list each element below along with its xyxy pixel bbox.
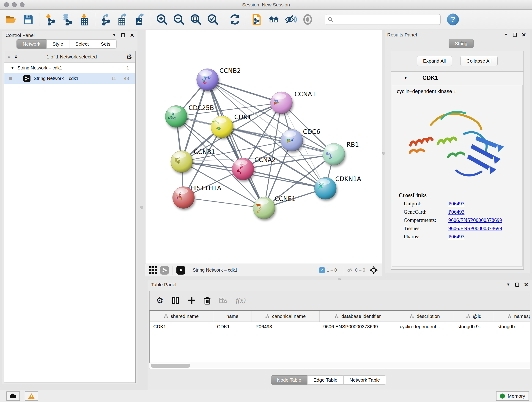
minimize-window-button[interactable] xyxy=(12,2,17,7)
scrollbar-thumb[interactable] xyxy=(151,364,190,368)
tab-string[interactable]: String xyxy=(449,39,474,48)
show-hidden-button[interactable] xyxy=(299,12,316,27)
panel-menu-caret-icon[interactable]: ▼ xyxy=(112,33,116,38)
cell[interactable]: 9606.ENSP00000378699 xyxy=(320,324,396,329)
panel-menu-caret-icon[interactable]: ▼ xyxy=(504,32,508,37)
share-view-icon[interactable] xyxy=(160,266,169,274)
refresh-button[interactable] xyxy=(226,12,243,27)
selected-checkbox-icon[interactable]: ✓ xyxy=(319,267,325,273)
search-field[interactable] xyxy=(325,14,441,25)
zoom-selected-button[interactable] xyxy=(204,12,221,27)
network-graph[interactable]: CCNB2CCNA1CDC25BCDK1CDC6RB1CCNB1CCNA2CDK… xyxy=(146,30,382,264)
tab-select[interactable]: Select xyxy=(70,39,95,49)
node-details-header[interactable]: ▼ CDK1 xyxy=(391,72,524,84)
close-window-button[interactable] xyxy=(4,2,9,7)
import-network-database-button[interactable] xyxy=(59,12,76,27)
hide-selected-button[interactable] xyxy=(282,12,299,27)
close-panel-icon[interactable]: ✕ xyxy=(522,33,526,37)
network-collection-row[interactable]: ▼ String Network – cdk1 1 xyxy=(4,63,135,73)
delete-icon[interactable] xyxy=(204,296,211,305)
cell[interactable]: P06493 xyxy=(252,324,320,329)
zoom-out-button[interactable] xyxy=(171,12,187,27)
edge-cdc25b-cdc6[interactable] xyxy=(176,116,292,140)
warnings-button[interactable] xyxy=(25,391,38,401)
cell[interactable]: stringdb xyxy=(494,324,530,329)
edge-ccna2-cdkn1a[interactable] xyxy=(243,169,326,188)
float-panel-icon[interactable] xyxy=(513,33,517,37)
tab-node-table[interactable]: Node Table xyxy=(271,375,307,385)
node-ccna2[interactable] xyxy=(232,158,254,180)
grid-view-icon[interactable] xyxy=(149,266,157,274)
edge-ccnb2-ccna1[interactable] xyxy=(208,80,282,103)
table-row[interactable]: CDK1CDK1P064939606.ENSP00000378699cyclin… xyxy=(150,322,530,332)
vertical-splitter-handle-left[interactable] xyxy=(140,206,143,209)
open-session-button[interactable] xyxy=(3,12,20,27)
tree-expand-caret-icon[interactable]: ▼ xyxy=(11,66,14,70)
help-button[interactable]: ? xyxy=(447,13,459,26)
crosslink-link[interactable]: P06493 xyxy=(448,201,464,207)
cell[interactable]: CDK1 xyxy=(213,324,252,329)
node-table[interactable]: shared namenamecanonical namedatabase id… xyxy=(149,310,530,369)
expand-all-button[interactable]: Expand All xyxy=(417,56,452,66)
export-image-button[interactable] xyxy=(132,12,148,27)
column-header-description[interactable]: description xyxy=(396,311,454,322)
memory-button[interactable]: Memory xyxy=(496,391,529,401)
crosslink-link[interactable]: P06493 xyxy=(448,209,464,215)
column-header-canonical-name[interactable]: canonical name xyxy=(252,311,320,322)
table-horizontal-scrollbar[interactable] xyxy=(149,363,530,369)
zoom-fit-button[interactable] xyxy=(187,12,204,27)
network-row[interactable]: String Network – cdk1 11 48 xyxy=(4,73,135,84)
export-table-button[interactable] xyxy=(114,12,132,27)
import-network-file-button[interactable] xyxy=(42,12,59,27)
panel-menu-caret-icon[interactable]: ▼ xyxy=(506,282,510,287)
node-cdk1[interactable] xyxy=(211,116,233,138)
node-cdc25b[interactable] xyxy=(165,105,187,128)
search-input[interactable] xyxy=(336,17,438,22)
network-view[interactable]: CCNB2CCNA1CDC25BCDK1CDC6RB1CCNB1CCNA2CDK… xyxy=(145,30,382,264)
save-session-button[interactable] xyxy=(20,12,37,27)
node-cdc6[interactable] xyxy=(281,129,303,151)
tab-edge-table[interactable]: Edge Table xyxy=(307,375,344,385)
crosshair-pan-icon[interactable] xyxy=(369,266,378,274)
node-ccne1[interactable] xyxy=(253,197,275,219)
edge-ccne1-hist1h1a[interactable] xyxy=(184,198,264,208)
node-ccna1[interactable] xyxy=(270,92,292,114)
gear-icon[interactable]: ⚙ xyxy=(126,53,132,60)
cloud-button[interactable] xyxy=(6,391,20,401)
add-column-icon[interactable] xyxy=(188,296,196,305)
tab-style[interactable]: Style xyxy=(46,39,70,49)
node-cdkn1a[interactable] xyxy=(314,177,336,199)
network-from-document-button[interactable] xyxy=(248,12,265,27)
cell[interactable]: cyclin-dependent ... xyxy=(396,324,454,329)
node-ccnb1[interactable] xyxy=(171,151,193,172)
float-panel-icon[interactable] xyxy=(515,283,519,287)
float-panel-icon[interactable] xyxy=(121,33,125,37)
column-header-shared-name[interactable]: shared name xyxy=(150,311,213,322)
close-panel-icon[interactable]: ✕ xyxy=(130,33,134,37)
zoom-in-button[interactable] xyxy=(153,12,171,27)
column-header-name[interactable]: name xyxy=(213,311,252,322)
node-rb1[interactable] xyxy=(323,143,345,165)
table-settings-gear-icon[interactable]: ⚙ xyxy=(156,297,163,304)
zoom-window-button[interactable] xyxy=(20,2,25,7)
column-header-database-identifier[interactable]: database identifier xyxy=(320,311,396,322)
tab-network[interactable]: Network xyxy=(17,39,46,49)
close-panel-icon[interactable]: ✕ xyxy=(524,283,528,287)
collapse-all-button[interactable]: Collapse All xyxy=(460,56,498,66)
crosslink-link[interactable]: P06493 xyxy=(448,234,464,240)
section-collapse-caret-icon[interactable]: ▼ xyxy=(404,76,407,80)
export-network-button[interactable] xyxy=(98,12,114,27)
birdseye-view-icon[interactable] xyxy=(177,266,185,274)
column-header-namespace[interactable]: namespace xyxy=(494,311,530,322)
import-table-button[interactable] xyxy=(76,12,93,27)
column-header-@id[interactable]: @id xyxy=(454,311,494,322)
crosslink-link[interactable]: 9606.ENSP00000378699 xyxy=(448,217,502,223)
tab-network-table[interactable]: Network Table xyxy=(344,375,386,385)
home-button[interactable] xyxy=(265,12,282,27)
cell[interactable]: CDK1 xyxy=(150,324,213,329)
collapse-all-icon[interactable]: » xyxy=(6,55,13,58)
tab-sets[interactable]: Sets xyxy=(95,39,117,49)
cell[interactable]: stringdb:9... xyxy=(454,324,494,329)
expand-all-icon[interactable]: » xyxy=(12,55,19,58)
crosslink-link[interactable]: 9606.ENSP00000378699 xyxy=(448,225,502,231)
